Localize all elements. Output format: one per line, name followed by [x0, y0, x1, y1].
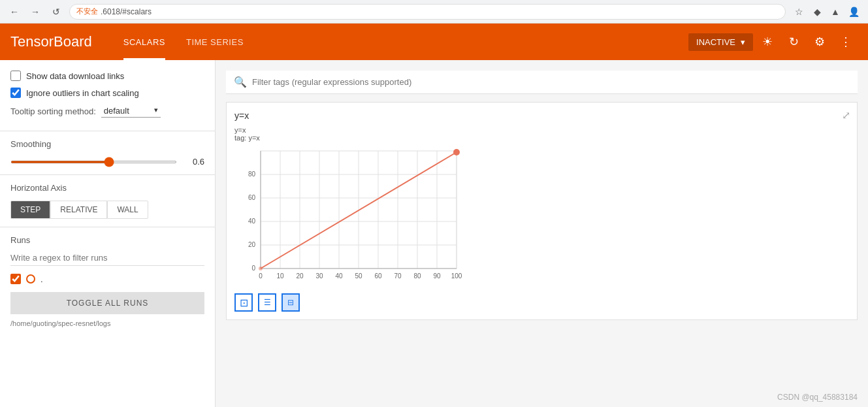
tooltip-select-wrapper[interactable]: default ascending descending nearest — [101, 105, 161, 118]
profile-icon[interactable]: 👤 — [846, 4, 861, 20]
fit-button[interactable]: ⊡ — [234, 293, 253, 312]
tooltip-tag: tag: y=x — [234, 134, 849, 142]
chart-title: y=x — [234, 110, 849, 121]
divider-1 — [0, 131, 215, 131]
zoom-button[interactable]: ⊟ — [281, 293, 300, 312]
tooltip-row: Tooltip sorting method: default ascendin… — [10, 105, 204, 118]
tb-header: TensorBoard SCALARS TIME SERIES INACTIVE… — [0, 24, 868, 60]
runs-row: . — [10, 274, 204, 284]
filter-runs-input[interactable] — [10, 250, 204, 266]
run-path: /home/guoting/spec-resnet/logs — [10, 319, 204, 327]
chart-controls: ⊡ ☰ ⊟ — [234, 293, 849, 312]
nav-scalars[interactable]: SCALARS — [113, 24, 176, 60]
ignore-outliers-label: Ignore outliers in chart scaling — [26, 88, 139, 98]
run-dot — [26, 274, 35, 284]
svg-text:90: 90 — [433, 272, 441, 280]
svg-text:20: 20 — [296, 272, 304, 280]
svg-point-35 — [259, 267, 263, 270]
svg-text:60: 60 — [374, 272, 382, 280]
svg-text:80: 80 — [248, 171, 256, 178]
axis-label: Horizontal Axis — [10, 183, 204, 193]
tooltip-title: y=x — [234, 126, 849, 134]
ext2-icon[interactable]: ▲ — [828, 4, 843, 20]
smoothing-slider[interactable] — [10, 161, 177, 163]
nav-time-series[interactable]: TIME SERIES — [176, 24, 254, 60]
svg-text:30: 30 — [315, 272, 323, 280]
theme-icon[interactable]: ☀ — [756, 30, 779, 54]
address-bar[interactable]: 不安全 .6018/#scalars — [69, 4, 786, 20]
svg-text:70: 70 — [394, 272, 402, 280]
forward-button[interactable]: → — [27, 4, 43, 20]
smoothing-label: Smoothing — [10, 139, 204, 149]
divider-2 — [0, 174, 215, 175]
tb-header-right: INACTIVE ▾ ☀ ↻ ⚙ ⋮ — [688, 30, 858, 54]
refresh-icon[interactable]: ↻ — [782, 30, 805, 54]
toggle-all-button[interactable]: TOGGLE ALL RUNS — [10, 292, 204, 314]
more-icon[interactable]: ⋮ — [834, 30, 858, 54]
svg-text:40: 40 — [335, 272, 343, 280]
divider-3 — [0, 227, 215, 227]
filter-bar: 🔍 — [226, 71, 858, 94]
security-label: 不安全 — [76, 7, 98, 16]
browser-chrome: ← → ↺ 不安全 .6018/#scalars ☆ ◆ ▲ 👤 — [0, 0, 868, 24]
smoothing-row: 0.6 — [10, 157, 204, 167]
filter-tags-input[interactable] — [252, 77, 850, 87]
reload-button[interactable]: ↺ — [48, 4, 64, 20]
main-content: 🔍 y=x ⤢ y=x tag: y=x — [216, 60, 868, 407]
svg-text:0: 0 — [259, 272, 263, 280]
tb-nav: SCALARS TIME SERIES — [113, 24, 254, 60]
search-icon: 🔍 — [234, 76, 247, 88]
address-text: .6018/#scalars — [101, 7, 152, 16]
chart-card: y=x ⤢ y=x tag: y=x — [226, 102, 858, 320]
expand-icon[interactable]: ⤢ — [842, 109, 850, 122]
show-data-links-checkbox[interactable] — [10, 71, 21, 81]
svg-text:60: 60 — [248, 194, 256, 201]
ignore-outliers-row: Ignore outliers in chart scaling — [10, 88, 204, 98]
svg-text:40: 40 — [248, 218, 256, 225]
browser-icons: ☆ ◆ ▲ 👤 — [791, 4, 861, 20]
svg-text:100: 100 — [451, 272, 462, 280]
tooltip-label: Tooltip sorting method: — [10, 106, 96, 116]
svg-text:20: 20 — [248, 241, 256, 248]
main-layout: Show data download links Ignore outliers… — [0, 60, 868, 407]
show-data-links-label: Show data download links — [26, 71, 124, 81]
chart-area: 0 20 40 60 80 0 10 20 30 40 50 60 70 80 … — [234, 144, 849, 288]
runs-label: Runs — [10, 235, 204, 245]
run-label: . — [40, 274, 43, 284]
svg-text:0: 0 — [251, 265, 255, 272]
axis-wall-button[interactable]: WALL — [107, 201, 148, 219]
sidebar: Show data download links Ignore outliers… — [0, 60, 216, 407]
svg-point-34 — [453, 149, 460, 155]
dropdown-arrow-icon: ▾ — [741, 37, 745, 47]
tooltip-select[interactable]: default ascending descending nearest — [101, 105, 161, 118]
axis-step-button[interactable]: STEP — [10, 201, 50, 219]
svg-text:10: 10 — [276, 272, 284, 280]
axis-relative-button[interactable]: RELATIVE — [50, 201, 107, 219]
settings-icon[interactable]: ⚙ — [808, 30, 831, 54]
inactive-dropdown[interactable]: INACTIVE ▾ — [688, 33, 753, 51]
chart-tooltip: y=x tag: y=x — [234, 126, 849, 142]
axis-buttons: STEP RELATIVE WALL — [10, 201, 204, 219]
list-button[interactable]: ☰ — [258, 293, 276, 312]
smoothing-value: 0.6 — [185, 157, 204, 167]
footer-watermark: CSDN @qq_45883184 — [777, 393, 858, 402]
bookmark-icon[interactable]: ☆ — [791, 4, 807, 20]
back-button[interactable]: ← — [7, 4, 22, 20]
show-data-links-row: Show data download links — [10, 71, 204, 81]
run-checkbox[interactable] — [10, 274, 21, 284]
tb-logo: TensorBoard — [10, 33, 92, 50]
svg-text:80: 80 — [413, 272, 421, 280]
chart-svg: 0 20 40 60 80 0 10 20 30 40 50 60 70 80 … — [234, 144, 470, 288]
ext1-icon[interactable]: ◆ — [809, 4, 825, 20]
svg-text:50: 50 — [355, 272, 362, 280]
ignore-outliers-checkbox[interactable] — [10, 88, 21, 98]
